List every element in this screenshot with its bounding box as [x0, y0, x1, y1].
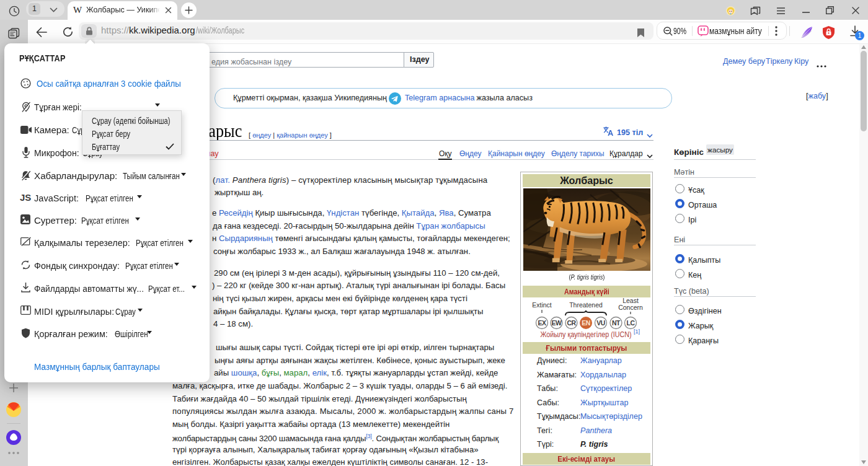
svg-text:Жойылу қаупіндегілер (IUCN): Жойылу қаупіндегілер (IUCN)	[540, 330, 631, 338]
svg-text:[1]: [1]	[634, 328, 640, 335]
svg-text:Extinct: Extinct	[532, 301, 552, 309]
svg-text:EN: EN	[582, 319, 590, 327]
svg-text:Concern: Concern	[618, 304, 643, 311]
svg-text:EX: EX	[538, 319, 546, 327]
svg-text:Threatened: Threatened	[569, 301, 603, 309]
svg-text:LC: LC	[627, 319, 636, 327]
svg-text:NT: NT	[612, 319, 621, 327]
svg-text:EW: EW	[552, 319, 562, 327]
svg-text:CR: CR	[567, 319, 576, 327]
svg-text:VU: VU	[596, 319, 605, 327]
